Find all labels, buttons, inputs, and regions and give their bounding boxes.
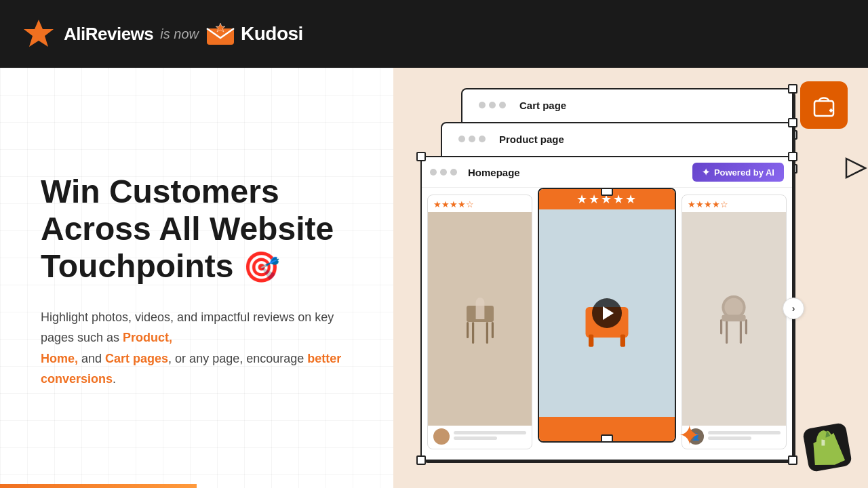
- stars-center: ★★★★★: [539, 189, 674, 209]
- text-line-1: [708, 431, 781, 434]
- powered-by-ai-label: Powered by AI: [714, 167, 774, 178]
- text-lines-left: [454, 431, 526, 442]
- svg-rect-17: [620, 335, 625, 347]
- desc-part4: , or any page, encourage: [168, 352, 307, 365]
- play-triangle-icon: [603, 306, 614, 320]
- homepage-header-bar: Homepage ✦ Powered by AI: [422, 157, 792, 188]
- homepage-label: Homepage: [468, 167, 520, 178]
- nav-next-button[interactable]: ›: [783, 298, 804, 319]
- card-footer-left: [428, 426, 532, 449]
- dot2: [440, 169, 447, 176]
- stars-left: ★★★★☆: [428, 195, 532, 212]
- shopify-icon: [802, 422, 852, 472]
- dot3: [499, 102, 506, 108]
- kudosi-brand: Kudosi: [241, 23, 303, 45]
- shopify-svg: [802, 422, 852, 472]
- corner-tr-cart: [788, 84, 797, 94]
- ai-sparkle-icon: ✦: [702, 167, 710, 178]
- desc-part3: and: [78, 352, 105, 365]
- svg-marker-6: [846, 159, 865, 178]
- review-card-center: ★★★★★: [538, 188, 675, 443]
- review-card-right: ★★★★☆: [682, 195, 787, 449]
- dot2: [469, 136, 475, 142]
- header-text: AliReviews is now Kudosi: [64, 23, 303, 45]
- cart-page-label: Cart page: [519, 100, 566, 111]
- chair-svg-right: [707, 285, 761, 353]
- star-decoration: ✦: [678, 420, 701, 451]
- dot2: [489, 102, 496, 108]
- kudosi-icon: [205, 23, 235, 45]
- right-panel: ✦ Cart page: [393, 68, 868, 488]
- product-page-label: Product page: [499, 134, 564, 145]
- svg-rect-21: [720, 319, 722, 334]
- dot3: [479, 136, 486, 142]
- card-image-right: [682, 212, 786, 426]
- desc-part5: .: [113, 372, 116, 386]
- dot1: [430, 169, 437, 176]
- corner-bl-homepage: [416, 455, 426, 465]
- corner-tr-homepage: [788, 152, 797, 161]
- svg-marker-0: [24, 20, 54, 47]
- alireviews-brand: AliReviews: [64, 24, 153, 45]
- text-line-1: [454, 431, 526, 434]
- svg-rect-19: [726, 319, 728, 344]
- text-lines-right: [708, 431, 781, 442]
- heading-emoji: 🎯: [243, 250, 280, 283]
- play-button[interactable]: [592, 298, 622, 328]
- arrow-pointer-decoration: [844, 156, 868, 185]
- is-now-label: is now: [160, 26, 199, 42]
- stars-right: ★★★★☆: [682, 195, 786, 212]
- corner-br-homepage: [788, 455, 797, 465]
- bag-svg: [810, 92, 837, 119]
- svg-rect-22: [745, 319, 747, 334]
- chair-svg-left: [453, 285, 507, 353]
- header: AliReviews is now Kudosi: [0, 0, 868, 68]
- browser-dots-cart: [471, 95, 514, 115]
- svg-rect-8: [472, 322, 474, 344]
- powered-by-ai-badge: ✦ Powered by AI: [692, 163, 784, 182]
- browser-dots-product: [450, 129, 494, 149]
- left-panel: Win Customers Across All Website Touchpo…: [0, 68, 393, 488]
- heading-line3: Touchpoints: [41, 248, 233, 284]
- cart-title-bar: Cart page: [462, 89, 792, 121]
- browser-dots-homepage: [430, 169, 457, 176]
- homepage-header-left: Homepage: [430, 167, 520, 178]
- svg-rect-9: [486, 322, 488, 344]
- text-line-2: [454, 436, 497, 440]
- desc-part1: Highlight photos, videos, and impactful …: [41, 310, 334, 345]
- home-label: Home,: [41, 352, 78, 365]
- cart-label: Cart pages: [105, 352, 168, 365]
- svg-rect-3: [814, 101, 833, 116]
- main-content: Win Customers Across All Website Touchpo…: [0, 68, 868, 488]
- browser-windows-container: Cart page Product page: [420, 88, 793, 461]
- review-cards-container: ★★★★☆: [422, 188, 792, 456]
- dot1: [479, 102, 486, 108]
- logo-area: AliReviews is now Kudosi: [22, 17, 303, 51]
- shopping-bag-icon: [800, 81, 848, 129]
- product-title-bar: Product page: [442, 123, 792, 155]
- main-heading: Win Customers Across All Website Touchpo…: [41, 173, 359, 285]
- product-label: Product,: [123, 331, 172, 344]
- svg-rect-11: [491, 322, 493, 338]
- svg-point-24: [725, 298, 743, 316]
- center-orange-bar: [539, 417, 674, 441]
- avatar-left: [433, 428, 450, 445]
- card-image-left: [428, 212, 532, 426]
- review-card-left: ★★★★☆: [427, 195, 532, 449]
- svg-rect-10: [467, 322, 469, 338]
- card-image-center: [539, 209, 674, 417]
- svg-rect-20: [740, 319, 742, 344]
- homepage-window: Homepage ✦ Powered by AI ★★★★☆: [420, 156, 793, 461]
- heading-line1: Win Customers: [41, 174, 279, 209]
- corner-tr-product: [788, 118, 797, 127]
- alireviews-icon: [22, 17, 56, 51]
- corner-tl-homepage: [416, 152, 426, 161]
- bottom-accent-bar: [0, 484, 197, 488]
- kudosi-logo: Kudosi: [205, 23, 303, 45]
- svg-rect-16: [589, 335, 593, 347]
- text-line-2: [708, 436, 751, 440]
- dot3: [450, 169, 457, 176]
- description: Highlight photos, videos, and impactful …: [41, 307, 359, 390]
- heading-line2: Across All Website: [41, 211, 334, 247]
- dot1: [458, 136, 465, 142]
